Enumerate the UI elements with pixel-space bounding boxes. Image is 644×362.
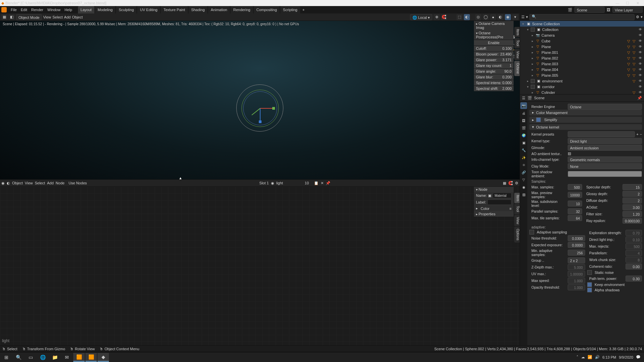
node-backdrop-icon[interactable]: ▦ bbox=[503, 181, 506, 185]
shading-rendered-icon[interactable]: ◉ bbox=[505, 14, 511, 20]
material-dropdown[interactable]: light bbox=[276, 181, 300, 185]
panel-octane-postprocess[interactable]: ▾ Octane Postprocess(Pre bbox=[474, 30, 514, 40]
number-input[interactable]: 0.0000 bbox=[568, 242, 585, 248]
visibility-eye-icon[interactable]: 👁 bbox=[638, 68, 643, 71]
properties-content[interactable]: Render EngineOctane ▸ Color Management ▸… bbox=[527, 102, 644, 345]
tab-texture[interactable]: ▨ bbox=[520, 191, 527, 198]
menu-window[interactable]: Window bbox=[45, 6, 63, 13]
props-breadcrumb[interactable]: Scene bbox=[534, 96, 545, 100]
xray-icon[interactable]: ◎ bbox=[475, 14, 481, 20]
workspace-tab-shading[interactable]: Shading bbox=[189, 6, 207, 13]
number-input[interactable]: 15 bbox=[622, 184, 642, 190]
toon-shadow-color[interactable] bbox=[568, 171, 642, 177]
slot-dropdown[interactable]: Slot 1 bbox=[259, 181, 269, 185]
preset-add-icon[interactable]: + bbox=[636, 132, 638, 136]
mode-dropdown[interactable]: Object Mode bbox=[16, 14, 42, 20]
tab-output[interactable]: 🖨 bbox=[520, 110, 527, 116]
tray-notifications-icon[interactable]: 💬 bbox=[636, 355, 641, 359]
workspace-tab-texture-paint[interactable]: Texture Paint bbox=[161, 6, 188, 13]
tab-scene[interactable]: 🎬 bbox=[520, 124, 527, 131]
tray-date[interactable]: 9/9/2020 bbox=[619, 355, 633, 359]
outliner[interactable]: ▾▣Scene Collection ▾▣Collection👁 ▸📷Camer… bbox=[520, 21, 644, 94]
workspace-tab-uv-editing[interactable]: UV Editing bbox=[137, 6, 160, 13]
tab-modifier[interactable]: 🔧 bbox=[520, 147, 527, 153]
taskbar-app[interactable]: ✉ bbox=[61, 353, 73, 362]
node-editor[interactable]: light ▾ Node Name:▣Material Out... Label… bbox=[0, 187, 520, 345]
tray-volume-icon[interactable]: 🔊 bbox=[595, 355, 600, 359]
preset-remove-icon[interactable]: − bbox=[640, 132, 642, 136]
tab-data[interactable]: ▽ bbox=[520, 176, 527, 183]
panel-octane-camera[interactable]: ▸ Octane Camera Imag bbox=[474, 21, 514, 30]
shader-object-dropdown[interactable]: Object bbox=[12, 181, 23, 185]
workspace-tab-scripting[interactable]: Scripting bbox=[280, 6, 300, 13]
props-pin-icon[interactable]: 📌 bbox=[637, 96, 642, 100]
workspace-tab-modeling[interactable]: Modeling bbox=[95, 6, 116, 13]
kernel-presets-dropdown[interactable] bbox=[568, 131, 635, 137]
collection-checkbox[interactable] bbox=[531, 28, 535, 32]
tray-time[interactable]: 6:13 PM bbox=[602, 355, 616, 359]
editor-type-3dview-icon[interactable]: ▦ bbox=[1, 14, 7, 20]
transform-gizmo[interactable] bbox=[236, 84, 283, 132]
workspace-tab-layout[interactable]: Layout bbox=[78, 6, 94, 13]
workspace-tab-sculpting[interactable]: Sculpting bbox=[116, 6, 136, 13]
editor-type-shader-icon[interactable]: ◉ bbox=[1, 181, 5, 185]
outliner-row[interactable]: ▸📷Camera👁 bbox=[520, 32, 644, 38]
visibility-eye-icon[interactable]: 👁 bbox=[638, 28, 643, 31]
outliner-row[interactable]: ▸▽Plane.002▽▽👁 bbox=[520, 55, 644, 61]
node-color-disc[interactable]: ▸ bbox=[476, 206, 478, 211]
node-sidetab-tool[interactable]: Tool bbox=[514, 204, 520, 214]
number-input[interactable]: 8 bbox=[626, 257, 642, 263]
group-dropdown[interactable]: 2 x 2 bbox=[568, 257, 585, 263]
orientation-dropdown[interactable]: 🌐 Local ▾ bbox=[410, 14, 432, 20]
number-input[interactable]: 1.00000 bbox=[568, 271, 585, 277]
vp-sidetab-octane[interactable]: Octane bbox=[514, 61, 520, 76]
tab-world[interactable]: 🌍 bbox=[520, 132, 527, 139]
pivot-icon[interactable]: ⊕ bbox=[434, 14, 440, 20]
tab-object[interactable]: ▣ bbox=[520, 139, 527, 146]
shader-type-icon[interactable]: ◐ bbox=[7, 181, 10, 185]
gimode-dropdown[interactable]: Ambient occlusion bbox=[568, 145, 642, 151]
number-input[interactable]: 2 bbox=[622, 191, 642, 197]
node-sidetab-options[interactable]: Options bbox=[514, 227, 520, 242]
close-button[interactable]: ✕ bbox=[633, 1, 643, 5]
node-panel-node[interactable]: ▾ Node bbox=[474, 187, 514, 192]
start-button[interactable]: ⊞ bbox=[1, 353, 12, 362]
visibility-eye-icon[interactable]: 👁 bbox=[638, 50, 643, 54]
number-input[interactable]: 0.70 bbox=[626, 230, 642, 236]
vp-menu-view[interactable]: View bbox=[43, 15, 51, 19]
kernel-type-dropdown[interactable]: Direct light bbox=[568, 138, 642, 144]
outliner-row[interactable]: ▸▽Plane▽▽👁 bbox=[520, 44, 644, 49]
static-noise-checkbox[interactable] bbox=[587, 270, 592, 275]
tray-wifi-icon[interactable]: 📶 bbox=[588, 355, 592, 359]
maximize-button[interactable]: ☐ bbox=[622, 1, 633, 5]
outliner-row[interactable]: ▸▽Cube▽▽👁 bbox=[520, 38, 644, 44]
shading-wire-icon[interactable]: ◯ bbox=[483, 14, 489, 20]
task-view-button[interactable]: ▭ bbox=[25, 353, 36, 362]
keep-env-checkbox[interactable] bbox=[587, 282, 592, 287]
editor-type-outliner-icon[interactable]: ☰ bbox=[521, 15, 525, 19]
viewlayer-dropdown[interactable]: View Layer bbox=[612, 7, 643, 13]
ao-texture-icon[interactable]: ▨ bbox=[568, 151, 571, 156]
visibility-eye-icon[interactable]: 👁 bbox=[638, 62, 643, 66]
material-copy-icon[interactable]: 📋 bbox=[314, 181, 319, 185]
material-unlink-icon[interactable]: ✕ bbox=[321, 181, 324, 185]
tab-material[interactable]: ◉ bbox=[520, 184, 527, 190]
section-octane-kernel[interactable]: ▾ Octane kernel bbox=[529, 124, 642, 130]
number-input[interactable]: 500 bbox=[626, 243, 642, 249]
vp-sidetab-tool[interactable]: Tool bbox=[514, 38, 520, 48]
number-input[interactable]: 4 bbox=[626, 250, 642, 256]
material-pin-icon[interactable]: 📌 bbox=[326, 181, 330, 185]
postprocess-row[interactable]: Glare blur:0.200 bbox=[474, 74, 514, 80]
scene-dropdown[interactable]: Scene bbox=[574, 7, 605, 13]
workspace-tab-animation[interactable]: Animation bbox=[208, 6, 230, 13]
postprocess-row[interactable]: Glare ray count:1 bbox=[474, 63, 514, 68]
workspace-tab-rendering[interactable]: Rendering bbox=[231, 6, 253, 13]
editor-type-properties-icon[interactable]: ☰ bbox=[522, 96, 525, 100]
visibility-eye-icon[interactable]: 👁 bbox=[638, 85, 643, 88]
number-input[interactable]: 256 bbox=[568, 250, 585, 256]
postprocess-row[interactable]: Glare angle:90.0 bbox=[474, 69, 514, 74]
menu-help[interactable]: Help bbox=[63, 6, 74, 13]
node-name-input[interactable]: Material Out... bbox=[493, 193, 512, 198]
collection-checkbox[interactable] bbox=[531, 79, 535, 83]
claymode-dropdown[interactable]: None bbox=[568, 163, 642, 169]
